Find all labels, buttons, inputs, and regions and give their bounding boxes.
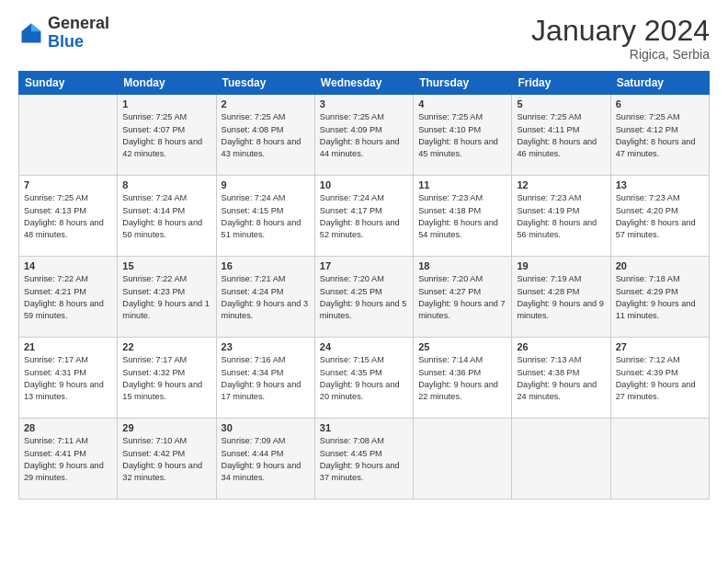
calendar-cell: 4Sunrise: 7:25 AMSunset: 4:10 PMDaylight… [414, 95, 512, 176]
logo-general: General [48, 14, 109, 32]
month-title: January 2024 [531, 15, 710, 47]
weekday-header: Saturday [610, 72, 709, 95]
title-block: January 2024 Rigica, Serbia [531, 15, 710, 62]
calendar-cell: 3Sunrise: 7:25 AMSunset: 4:09 PMDaylight… [314, 95, 413, 176]
calendar-week-row: 21Sunrise: 7:17 AMSunset: 4:31 PMDayligh… [19, 338, 710, 419]
cell-info: Sunrise: 7:25 AMSunset: 4:12 PMDaylight:… [616, 111, 704, 160]
svg-marker-2 [31, 23, 41, 31]
calendar-cell: 5Sunrise: 7:25 AMSunset: 4:11 PMDaylight… [512, 95, 610, 176]
location-subtitle: Rigica, Serbia [531, 47, 710, 62]
day-number: 15 [122, 260, 210, 271]
calendar-cell: 23Sunrise: 7:16 AMSunset: 4:34 PMDayligh… [216, 338, 314, 419]
calendar-cell: 17Sunrise: 7:20 AMSunset: 4:25 PMDayligh… [314, 257, 413, 338]
day-number: 19 [517, 260, 605, 271]
day-number: 1 [122, 98, 210, 109]
day-number: 3 [320, 98, 408, 109]
calendar-cell: 22Sunrise: 7:17 AMSunset: 4:32 PMDayligh… [118, 338, 216, 419]
day-number: 23 [222, 341, 310, 352]
calendar-cell: 26Sunrise: 7:13 AMSunset: 4:38 PMDayligh… [512, 338, 610, 419]
cell-info: Sunrise: 7:17 AMSunset: 4:31 PMDaylight:… [24, 354, 112, 403]
calendar-cell [610, 419, 709, 500]
cell-info: Sunrise: 7:20 AMSunset: 4:27 PMDaylight:… [418, 273, 506, 322]
cell-info: Sunrise: 7:21 AMSunset: 4:24 PMDaylight:… [222, 273, 310, 322]
cell-info: Sunrise: 7:24 AMSunset: 4:17 PMDaylight:… [320, 192, 408, 241]
cell-info: Sunrise: 7:09 AMSunset: 4:44 PMDaylight:… [222, 435, 310, 484]
cell-info: Sunrise: 7:22 AMSunset: 4:21 PMDaylight:… [24, 273, 112, 322]
cell-info: Sunrise: 7:23 AMSunset: 4:18 PMDaylight:… [418, 192, 506, 241]
cell-info: Sunrise: 7:24 AMSunset: 4:15 PMDaylight:… [222, 192, 310, 241]
calendar-cell: 7Sunrise: 7:25 AMSunset: 4:13 PMDaylight… [19, 176, 118, 257]
day-number: 16 [222, 260, 310, 271]
svg-marker-3 [22, 23, 32, 31]
calendar-cell: 31Sunrise: 7:08 AMSunset: 4:45 PMDayligh… [314, 419, 413, 500]
weekday-header: Friday [512, 72, 610, 95]
calendar-cell: 13Sunrise: 7:23 AMSunset: 4:20 PMDayligh… [610, 176, 709, 257]
calendar-cell [512, 419, 610, 500]
cell-info: Sunrise: 7:25 AMSunset: 4:11 PMDaylight:… [517, 111, 605, 160]
calendar-cell: 15Sunrise: 7:22 AMSunset: 4:23 PMDayligh… [118, 257, 216, 338]
weekday-header: Wednesday [314, 72, 413, 95]
cell-info: Sunrise: 7:23 AMSunset: 4:19 PMDaylight:… [517, 192, 605, 241]
cell-info: Sunrise: 7:20 AMSunset: 4:25 PMDaylight:… [320, 273, 408, 322]
day-number: 8 [122, 179, 210, 190]
day-number: 14 [24, 260, 112, 271]
day-number: 5 [517, 98, 605, 109]
day-number: 28 [24, 422, 112, 433]
calendar-cell: 24Sunrise: 7:15 AMSunset: 4:35 PMDayligh… [314, 338, 413, 419]
calendar-cell: 12Sunrise: 7:23 AMSunset: 4:19 PMDayligh… [512, 176, 610, 257]
cell-info: Sunrise: 7:12 AMSunset: 4:39 PMDaylight:… [616, 354, 704, 403]
cell-info: Sunrise: 7:25 AMSunset: 4:13 PMDaylight:… [24, 192, 112, 241]
weekday-header: Tuesday [216, 72, 314, 95]
weekday-header: Sunday [19, 72, 118, 95]
day-number: 25 [418, 341, 506, 352]
day-number: 18 [418, 260, 506, 271]
day-number: 9 [222, 179, 310, 190]
cell-info: Sunrise: 7:23 AMSunset: 4:20 PMDaylight:… [616, 192, 704, 241]
calendar-cell: 6Sunrise: 7:25 AMSunset: 4:12 PMDaylight… [610, 95, 709, 176]
weekday-header: Monday [118, 72, 216, 95]
calendar-cell: 19Sunrise: 7:19 AMSunset: 4:28 PMDayligh… [512, 257, 610, 338]
day-number: 7 [24, 179, 112, 190]
calendar-cell: 27Sunrise: 7:12 AMSunset: 4:39 PMDayligh… [610, 338, 709, 419]
cell-info: Sunrise: 7:14 AMSunset: 4:36 PMDaylight:… [418, 354, 506, 403]
calendar-cell: 1Sunrise: 7:25 AMSunset: 4:07 PMDaylight… [118, 95, 216, 176]
day-number: 17 [320, 260, 408, 271]
weekday-header: Thursday [414, 72, 512, 95]
calendar-week-row: 28Sunrise: 7:11 AMSunset: 4:41 PMDayligh… [19, 419, 710, 500]
cell-info: Sunrise: 7:25 AMSunset: 4:07 PMDaylight:… [122, 111, 210, 160]
day-number: 20 [616, 260, 704, 271]
cell-info: Sunrise: 7:13 AMSunset: 4:38 PMDaylight:… [517, 354, 605, 403]
calendar-cell: 29Sunrise: 7:10 AMSunset: 4:42 PMDayligh… [118, 419, 216, 500]
calendar-week-row: 1Sunrise: 7:25 AMSunset: 4:07 PMDaylight… [19, 95, 710, 176]
cell-info: Sunrise: 7:22 AMSunset: 4:23 PMDaylight:… [122, 273, 210, 322]
calendar-cell: 8Sunrise: 7:24 AMSunset: 4:14 PMDaylight… [118, 176, 216, 257]
day-number: 27 [616, 341, 704, 352]
day-number: 11 [418, 179, 506, 190]
day-number: 29 [122, 422, 210, 433]
day-number: 4 [418, 98, 506, 109]
calendar-cell: 28Sunrise: 7:11 AMSunset: 4:41 PMDayligh… [19, 419, 118, 500]
logo-blue: Blue [48, 32, 84, 51]
calendar-cell: 25Sunrise: 7:14 AMSunset: 4:36 PMDayligh… [414, 338, 512, 419]
calendar-table: SundayMondayTuesdayWednesdayThursdayFrid… [18, 71, 710, 500]
calendar-cell: 18Sunrise: 7:20 AMSunset: 4:27 PMDayligh… [414, 257, 512, 338]
calendar-cell [414, 419, 512, 500]
calendar-cell [19, 95, 118, 176]
day-number: 12 [517, 179, 605, 190]
day-number: 6 [616, 98, 704, 109]
cell-info: Sunrise: 7:25 AMSunset: 4:10 PMDaylight:… [418, 111, 506, 160]
day-number: 13 [616, 179, 704, 190]
day-number: 22 [122, 341, 210, 352]
logo-icon [18, 20, 44, 46]
day-number: 26 [517, 341, 605, 352]
calendar-cell: 10Sunrise: 7:24 AMSunset: 4:17 PMDayligh… [314, 176, 413, 257]
cell-info: Sunrise: 7:25 AMSunset: 4:08 PMDaylight:… [222, 111, 310, 160]
cell-info: Sunrise: 7:25 AMSunset: 4:09 PMDaylight:… [320, 111, 408, 160]
calendar-week-row: 7Sunrise: 7:25 AMSunset: 4:13 PMDaylight… [19, 176, 710, 257]
logo-text: General Blue [48, 15, 109, 52]
day-number: 10 [320, 179, 408, 190]
calendar-cell: 9Sunrise: 7:24 AMSunset: 4:15 PMDaylight… [216, 176, 314, 257]
calendar-cell: 20Sunrise: 7:18 AMSunset: 4:29 PMDayligh… [610, 257, 709, 338]
cell-info: Sunrise: 7:24 AMSunset: 4:14 PMDaylight:… [122, 192, 210, 241]
cell-info: Sunrise: 7:08 AMSunset: 4:45 PMDaylight:… [320, 435, 408, 484]
